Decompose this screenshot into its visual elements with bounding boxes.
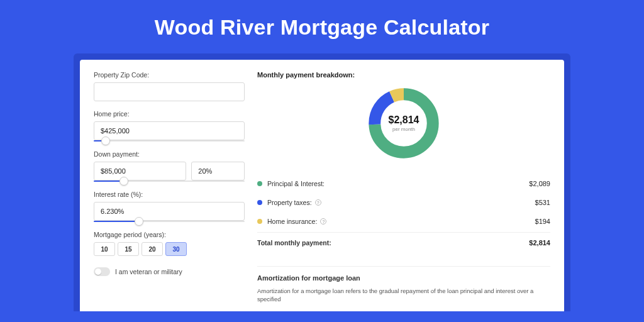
interest-slider-fill xyxy=(94,221,139,222)
breakdown-title: Monthly payment breakdown: xyxy=(257,71,550,79)
down-payment-field: Down payment: xyxy=(94,150,245,182)
zip-input[interactable] xyxy=(94,82,245,101)
color-swatch-green xyxy=(257,181,262,186)
interest-slider[interactable] xyxy=(94,221,245,222)
page-title: Wood River Mortgage Calculator xyxy=(0,0,644,53)
breakdown-label: Property taxes: xyxy=(267,199,312,206)
total-label: Total monthly payment: xyxy=(257,239,331,247)
total-value: $2,814 xyxy=(529,239,550,247)
breakdown-row: Property taxes:?$531 xyxy=(257,193,550,212)
amortization-title: Amortization for mortgage loan xyxy=(257,266,550,282)
home-price-slider[interactable] xyxy=(94,140,245,142)
interest-label: Interest rate (%): xyxy=(94,191,245,198)
home-price-input[interactable] xyxy=(94,121,245,140)
period-field: Mortgage period (years): 10152030 xyxy=(94,231,245,256)
breakdown-label: Principal & Interest: xyxy=(267,180,325,187)
period-group: 10152030 xyxy=(94,242,245,256)
color-swatch-blue xyxy=(257,200,262,205)
down-payment-pct-input[interactable] xyxy=(191,162,245,180)
period-option-10[interactable]: 10 xyxy=(94,242,115,256)
zip-field: Property Zip Code: xyxy=(94,71,245,101)
donut-center: $2,814 per month xyxy=(365,85,442,162)
period-option-20[interactable]: 20 xyxy=(142,242,163,256)
amortization-body: Amortization for a mortgage loan refers … xyxy=(257,287,550,304)
down-payment-slider-thumb[interactable] xyxy=(119,177,128,186)
card-outer: Property Zip Code: Home price: Down paym… xyxy=(74,53,570,311)
breakdown-value: $531 xyxy=(535,199,550,206)
breakdown-rows: Principal & Interest:$2,089Property taxe… xyxy=(257,174,550,231)
breakdown-label: Home insurance: xyxy=(267,218,317,225)
donut-chart-wrap: $2,814 per month xyxy=(257,85,550,162)
donut-sub: per month xyxy=(392,126,415,132)
period-label: Mortgage period (years): xyxy=(94,231,245,238)
period-option-15[interactable]: 15 xyxy=(118,242,139,256)
home-price-slider-thumb[interactable] xyxy=(101,136,110,145)
period-option-30[interactable]: 30 xyxy=(165,242,187,256)
veteran-row: I am veteran or military xyxy=(94,267,245,276)
home-price-label: Home price: xyxy=(94,110,245,118)
total-row: Total monthly payment: $2,814 xyxy=(257,232,550,252)
form-column: Property Zip Code: Home price: Down paym… xyxy=(94,71,245,311)
color-swatch-gold xyxy=(257,219,262,224)
breakdown-row: Home insurance:?$194 xyxy=(257,212,550,231)
breakdown-value: $2,089 xyxy=(529,180,550,187)
veteran-label: I am veteran or military xyxy=(115,268,182,275)
down-payment-label: Down payment: xyxy=(94,150,245,158)
info-icon[interactable]: ? xyxy=(315,199,321,206)
breakdown-row: Principal & Interest:$2,089 xyxy=(257,174,550,193)
veteran-toggle[interactable] xyxy=(94,267,110,276)
breakdown-value: $194 xyxy=(535,218,550,225)
zip-label: Property Zip Code: xyxy=(94,71,245,79)
donut-chart: $2,814 per month xyxy=(365,85,442,162)
breakdown-column: Monthly payment breakdown: $2,814 per mo… xyxy=(245,71,550,311)
down-payment-input[interactable] xyxy=(94,162,186,180)
info-icon[interactable]: ? xyxy=(320,218,326,225)
interest-slider-thumb[interactable] xyxy=(135,217,143,226)
interest-field: Interest rate (%): xyxy=(94,191,245,222)
donut-amount: $2,814 xyxy=(389,114,419,126)
calculator-card: Property Zip Code: Home price: Down paym… xyxy=(80,60,564,311)
down-payment-slider[interactable] xyxy=(94,180,245,182)
home-price-field: Home price: xyxy=(94,110,245,142)
interest-input[interactable] xyxy=(94,202,245,221)
